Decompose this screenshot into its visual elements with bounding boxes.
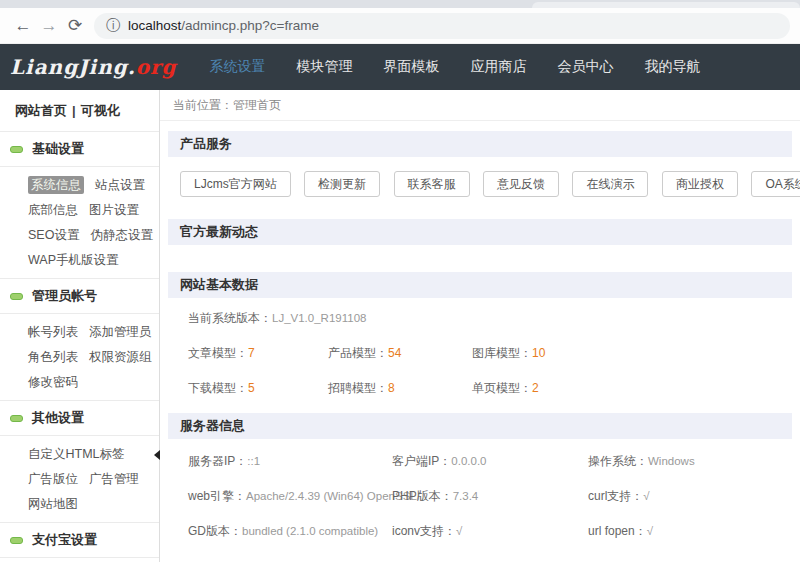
logo-main: LiangJing. <box>10 55 136 79</box>
sidebar-item-ad-positions[interactable]: 广告版位 <box>28 472 78 486</box>
main-content: 当前位置：管理首页 产品服务 LJcms官方网站 检测更新 联系客服 意见反馈 … <box>160 90 800 562</box>
product-model-label: 产品模型： <box>328 346 388 360</box>
page-body: 网站首页|可视化 基础设置 系统信息站点设置 底部信息图片设置 SEO设置伪静态… <box>0 90 800 562</box>
article-model-label: 文章模型： <box>188 346 248 360</box>
sidebar: 网站首页|可视化 基础设置 系统信息站点设置 底部信息图片设置 SEO设置伪静态… <box>0 90 160 562</box>
os-value: Windows <box>648 455 695 467</box>
sidebar-item-rewrite-settings[interactable]: 伪静态设置 <box>90 228 153 242</box>
section-title-label: 其他设置 <box>32 409 84 427</box>
sidebar-links-basic: 系统信息站点设置 底部信息图片设置 SEO设置伪静态设置 WAP手机版设置 <box>0 167 159 279</box>
client-ip-value: 0.0.0.0 <box>451 455 486 467</box>
server-info-row: web引擎：Apache/2.4.39 (Win64) OpenSSL/ PHP… <box>188 484 792 507</box>
php-version-label: PHP版本： <box>392 489 453 503</box>
sidebar-item-account-list[interactable]: 帐号列表 <box>28 325 78 339</box>
job-model-count: 8 <box>388 381 395 395</box>
iconv-support-value: √ <box>456 525 462 537</box>
sidebar-links-alipay: 支付宝配置 <box>0 558 159 562</box>
browser-tab[interactable] <box>532 2 800 8</box>
collapse-minus-icon[interactable] <box>10 537 23 544</box>
check-update-button[interactable]: 检测更新 <box>304 171 380 197</box>
sidebar-item-change-password[interactable]: 修改密码 <box>28 375 78 389</box>
sidebar-item-footer-info[interactable]: 底部信息 <box>28 203 78 217</box>
section-header-product-services: 产品服务 <box>168 131 792 157</box>
commercial-license-button[interactable]: 商业授权 <box>662 171 738 197</box>
nav-item-system-settings[interactable]: 系统设置 <box>210 58 266 76</box>
url-fopen-label: url fopen： <box>588 524 647 538</box>
nav-item-app-store[interactable]: 应用商店 <box>471 58 527 76</box>
product-buttons-row: LJcms官方网站 检测更新 联系客服 意见反馈 在线演示 商业授权 OA系统 … <box>168 157 792 219</box>
version-value: LJ_V1.0_R191108 <box>272 308 366 329</box>
server-info-row: 服务器IP：::1 客户端IP：0.0.0.0 操作系统：Windows <box>188 449 792 472</box>
sidebar-item-permission-groups[interactable]: 权限资源组 <box>89 350 152 364</box>
sidebar-item-system-info[interactable]: 系统信息 <box>28 176 84 194</box>
nav-item-module-management[interactable]: 模块管理 <box>297 58 353 76</box>
sidebar-section-admin-account[interactable]: 管理员帐号 <box>0 279 159 314</box>
nav-item-my-navigation[interactable]: 我的导航 <box>645 58 701 76</box>
version-label: 当前系统版本： <box>188 308 272 329</box>
nav-item-interface-templates[interactable]: 界面模板 <box>384 58 440 76</box>
version-row: 当前系统版本： LJ_V1.0_R191108 <box>188 308 792 329</box>
url-path: /admincp.php?c=frame <box>181 18 319 33</box>
sidebar-visualize-link[interactable]: 可视化 <box>81 103 120 118</box>
curl-support-value: √ <box>643 490 649 502</box>
gallery-model-label: 图库模型： <box>472 346 532 360</box>
sidebar-section-other-settings[interactable]: 其他设置 <box>0 401 159 436</box>
sidebar-item-custom-html-tags[interactable]: 自定义HTML标签 <box>28 447 125 461</box>
section-title-label: 管理员帐号 <box>32 287 97 305</box>
stats-row: 文章模型：7 产品模型：54 图库模型：10 <box>188 341 792 364</box>
sidebar-section-alipay-settings[interactable]: 支付宝设置 <box>0 523 159 558</box>
product-model-count: 54 <box>388 346 401 360</box>
nav-item-member-center[interactable]: 会员中心 <box>558 58 614 76</box>
official-site-button[interactable]: LJcms官方网站 <box>180 171 291 197</box>
os-label: 操作系统： <box>588 454 648 468</box>
contact-support-button[interactable]: 联系客服 <box>394 171 470 197</box>
gd-version-label: GD版本： <box>188 524 242 538</box>
forward-icon[interactable]: → <box>36 16 62 36</box>
collapse-minus-icon[interactable] <box>10 293 23 300</box>
iconv-support-label: iconv支持： <box>392 524 456 538</box>
sidebar-item-wap-settings[interactable]: WAP手机版设置 <box>28 253 119 267</box>
sidebar-collapse-arrow-icon[interactable] <box>154 450 160 460</box>
sidebar-links-other: 自定义HTML标签 广告版位广告管理 网站地图 <box>0 436 159 523</box>
collapse-minus-icon[interactable] <box>10 415 23 422</box>
sidebar-home-link[interactable]: 网站首页 <box>15 103 67 118</box>
sidebar-item-site-settings[interactable]: 站点设置 <box>95 178 145 192</box>
section-header-official-news: 官方最新动态 <box>168 219 792 245</box>
gd-version-value: bundled (2.1.0 compatible) <box>242 525 378 537</box>
sidebar-item-sitemap[interactable]: 网站地图 <box>28 497 78 511</box>
sidebar-item-role-list[interactable]: 角色列表 <box>28 350 78 364</box>
back-icon[interactable]: ← <box>10 16 36 36</box>
url-host: localhost <box>128 18 181 33</box>
job-model-label: 招聘模型： <box>328 381 388 395</box>
sidebar-item-add-admin[interactable]: 添加管理员 <box>89 325 152 339</box>
gallery-model-count: 10 <box>532 346 545 360</box>
sidebar-home-separator: | <box>72 103 76 118</box>
server-ip-label: 服务器IP： <box>188 454 247 468</box>
site-data-body: 当前系统版本： LJ_V1.0_R191108 文章模型：7 产品模型：54 图… <box>168 298 792 413</box>
sidebar-item-ad-management[interactable]: 广告管理 <box>89 472 139 486</box>
page-model-count: 2 <box>532 381 539 395</box>
download-model-count: 5 <box>248 381 255 395</box>
oa-system-button[interactable]: OA系统 <box>751 171 800 197</box>
section-title-label: 支付宝设置 <box>32 531 97 549</box>
address-bar[interactable]: ⓘ localhost/admincp.php?c=frame <box>94 13 790 39</box>
server-info-row: GD版本：bundled (2.1.0 compatible) iconv支持：… <box>188 519 792 542</box>
url-fopen-value: √ <box>647 525 653 537</box>
site-info-icon[interactable]: ⓘ <box>106 17 120 35</box>
article-model-count: 7 <box>248 346 255 360</box>
online-demo-button[interactable]: 在线演示 <box>572 171 648 197</box>
sidebar-item-seo-settings[interactable]: SEO设置 <box>28 228 79 242</box>
collapse-minus-icon[interactable] <box>10 146 23 153</box>
feedback-button[interactable]: 意见反馈 <box>483 171 559 197</box>
section-header-site-data: 网站基本数据 <box>168 272 792 298</box>
browser-toolbar: ← → ⟳ ⓘ localhost/admincp.php?c=frame <box>0 8 800 44</box>
client-ip-label: 客户端IP： <box>392 454 451 468</box>
sidebar-section-basic-settings[interactable]: 基础设置 <box>0 132 159 167</box>
site-logo[interactable]: LiangJing.org <box>10 55 177 79</box>
content-area: 产品服务 LJcms官方网站 检测更新 联系客服 意见反馈 在线演示 商业授权 … <box>160 121 800 562</box>
server-info-body: 服务器IP：::1 客户端IP：0.0.0.0 操作系统：Windows web… <box>168 439 792 556</box>
reload-icon[interactable]: ⟳ <box>62 15 88 36</box>
browser-tab-strip <box>0 0 800 8</box>
breadcrumb: 当前位置：管理首页 <box>160 90 800 121</box>
sidebar-item-image-settings[interactable]: 图片设置 <box>89 203 139 217</box>
